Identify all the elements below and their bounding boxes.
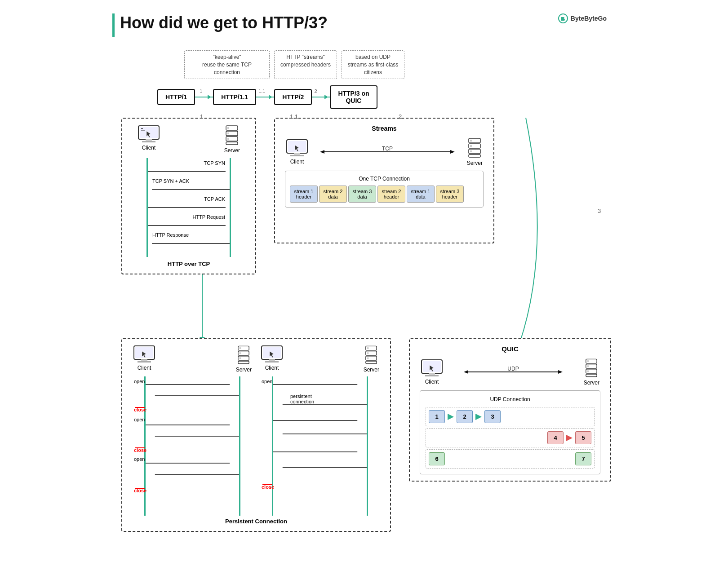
http-response: HTTP Response <box>148 239 230 250</box>
svg-marker-106 <box>475 414 482 420</box>
svg-rect-49 <box>240 352 241 354</box>
svg-marker-107 <box>566 435 573 441</box>
svg-rect-71 <box>367 347 369 349</box>
page-title: How did we get to HTTP/3? <box>120 13 328 32</box>
svg-rect-39 <box>470 150 472 152</box>
quic-packet-4: 4 <box>547 431 564 444</box>
svg-rect-9 <box>227 127 229 129</box>
svg-rect-29 <box>290 155 304 156</box>
svg-marker-31 <box>450 150 455 154</box>
svg-marker-96 <box>464 370 468 374</box>
server-line <box>230 158 231 257</box>
svg-rect-101 <box>587 365 589 367</box>
packet-stream1-header: stream 1header <box>290 186 318 203</box>
server-icon-2 <box>468 137 481 158</box>
streams-client: Client <box>286 139 308 165</box>
tcp-client-label: Client <box>142 145 156 151</box>
svg-rect-68 <box>269 359 275 361</box>
open-1: open <box>134 379 145 384</box>
arrow-1-to-11 <box>195 97 213 97</box>
svg-rect-14 <box>226 142 238 145</box>
svg-rect-69 <box>265 361 279 363</box>
title-bar: How did we get to HTTP/3? ByteByteGo <box>112 13 607 37</box>
quic-packet-7: 7 <box>575 452 591 465</box>
quic-stream-2: 4 5 <box>426 428 595 447</box>
svg-rect-99 <box>587 360 589 362</box>
p2-close-mark <box>262 484 272 485</box>
tcp-client: Client <box>138 125 160 154</box>
version-label-2: 2 <box>399 113 402 120</box>
packet-stream3-data: stream 3data <box>348 186 376 203</box>
close-mark-3 <box>135 488 145 489</box>
svg-rect-73 <box>367 352 369 354</box>
tcp-arrow: TCP <box>320 146 455 158</box>
streams-client-label: Client <box>290 159 304 165</box>
tcp-section-label: HTTP over TCP <box>129 261 249 267</box>
svg-rect-76 <box>366 361 377 364</box>
persistent-client-left: Client <box>133 345 155 373</box>
bytebygo-icon <box>558 13 568 23</box>
udp-connection-label: UDP Connection <box>426 396 595 402</box>
persistent-server-right: Server <box>364 345 379 373</box>
tcp-server: Server <box>224 125 240 154</box>
server-icon-4 <box>365 345 377 365</box>
logo-text: ByteByteGo <box>571 15 607 22</box>
svg-rect-7 <box>142 141 155 142</box>
svg-rect-35 <box>470 140 472 141</box>
svg-rect-92 <box>429 373 435 375</box>
http11-box: HTTP/1.1 <box>213 89 256 105</box>
version-label-1: 1 <box>200 113 203 120</box>
quic-server: Server <box>584 358 599 386</box>
quic-packet-6: 6 <box>429 452 445 465</box>
http-tcp-box: Client Server <box>121 118 256 274</box>
svg-rect-104 <box>586 374 597 377</box>
http2-note: HTTP "streams" compressed headers <box>274 50 337 79</box>
quic-box: QUIC Client <box>409 338 611 482</box>
arrow-11-to-2 <box>256 97 274 97</box>
svg-rect-45 <box>138 361 151 363</box>
svg-marker-105 <box>448 414 454 420</box>
quic-packet-2: 2 <box>457 410 473 423</box>
server-icon <box>225 125 239 146</box>
p-server-line <box>239 376 240 516</box>
close-mark-1 <box>135 407 145 408</box>
http11-note: "keep-alive" reuse the same TCP connecti… <box>184 50 270 79</box>
quic-packet-3: 3 <box>484 410 501 423</box>
p2-server-line <box>367 376 368 516</box>
client-icon-3 <box>133 345 155 363</box>
connection-label: One TCP Connection <box>290 176 479 182</box>
open-3: open <box>134 456 145 462</box>
title-accent <box>112 13 115 37</box>
http3-box: HTTP/3 onQUIC <box>330 85 377 109</box>
quic-stream-1: 1 2 3 <box>426 407 595 426</box>
streams-box: Streams Client <box>274 118 494 243</box>
svg-rect-51 <box>240 358 241 359</box>
label-1: 1 <box>200 88 202 94</box>
udp-connection-box: UDP Connection 1 2 3 4 5 6 7 <box>420 390 600 474</box>
open-2: open <box>134 417 145 422</box>
svg-rect-103 <box>587 371 589 372</box>
http1-box: HTTP/1 <box>157 89 195 105</box>
streams-server: Server <box>467 137 483 166</box>
packet-stream3-header: stream 3header <box>436 186 464 203</box>
server-icon-5 <box>585 358 598 378</box>
tcp-syn: TCP SYN <box>148 167 230 178</box>
quic-title: QUIC <box>416 345 604 353</box>
client-icon-4 <box>261 345 283 363</box>
logo: ByteByteGo <box>558 13 607 23</box>
client-computer-icon <box>138 125 160 143</box>
label-2: 2 <box>314 88 317 94</box>
tcp-server-label: Server <box>224 147 240 154</box>
svg-rect-28 <box>294 153 300 155</box>
streams-server-label: Server <box>467 160 483 166</box>
svg-rect-13 <box>227 138 229 140</box>
packet-stream2-header: stream 2header <box>377 186 405 203</box>
svg-rect-11 <box>227 133 229 134</box>
p2-client-line <box>272 376 273 516</box>
label-11: 1.1 <box>258 88 265 94</box>
http2-box: HTTP/2 <box>274 89 312 105</box>
one-tcp-connection: One TCP Connection stream 1header stream… <box>285 171 484 208</box>
svg-text:TCP: TCP <box>382 146 393 152</box>
persistent-label-bottom: Persistent Connection <box>129 518 384 525</box>
svg-rect-44 <box>141 359 147 361</box>
